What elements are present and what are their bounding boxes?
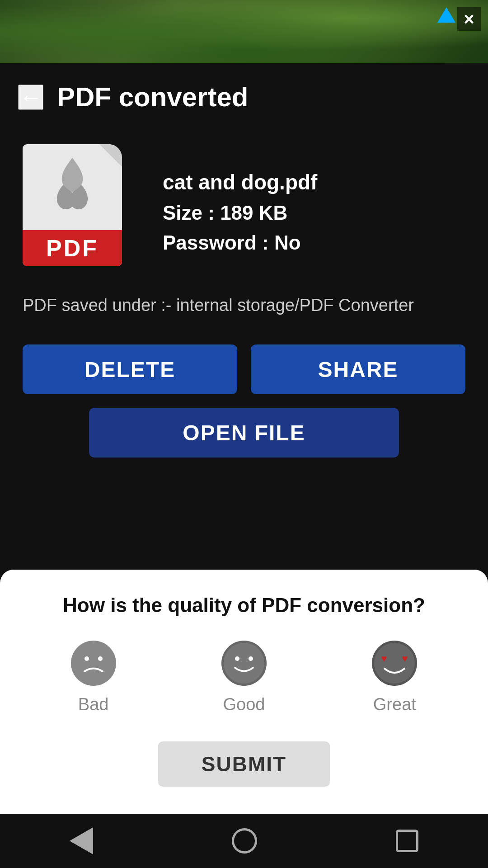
pdf-page-icon: PDF: [23, 144, 122, 266]
svg-point-2: [98, 656, 103, 661]
ad-close-button[interactable]: ×: [457, 7, 481, 31]
share-button[interactable]: SHARE: [251, 344, 465, 394]
nav-recents-icon: [396, 830, 418, 852]
bad-label: Bad: [78, 695, 109, 714]
svg-point-5: [249, 656, 253, 661]
good-label: Good: [223, 695, 265, 714]
rating-question: How is the quality of PDF conversion?: [18, 592, 470, 618]
file-info-row: PDF cat and dog.pdf Size : 189 KB Passwo…: [23, 144, 465, 280]
svg-text:♥: ♥: [402, 653, 408, 664]
file-size: Size : 189 KB: [163, 202, 465, 224]
svg-point-4: [235, 656, 239, 661]
nav-bar: [0, 814, 488, 868]
submit-button[interactable]: SUBMIT: [158, 741, 330, 787]
svg-point-0: [73, 643, 114, 684]
close-icon: ×: [464, 9, 474, 29]
great-emoji: ♥ ♥: [372, 641, 417, 686]
nav-back-icon: [70, 827, 93, 854]
svg-point-3: [224, 643, 264, 684]
main-content: PDF cat and dog.pdf Size : 189 KB Passwo…: [0, 126, 488, 476]
rating-option-bad[interactable]: Bad: [71, 641, 116, 714]
rating-options: Bad Good ♥ ♥: [18, 641, 470, 714]
file-name: cat and dog.pdf: [163, 170, 465, 194]
svg-text:♥: ♥: [381, 653, 387, 664]
rating-modal: How is the quality of PDF conversion? Ba…: [0, 570, 488, 814]
file-password: Password : No: [163, 231, 465, 254]
rating-option-great[interactable]: ♥ ♥ Great: [372, 641, 417, 714]
open-file-button[interactable]: OPEN FILE: [89, 408, 399, 458]
bad-emoji: [71, 641, 116, 686]
nav-recents-button[interactable]: [396, 830, 418, 852]
acrobat-symbol: [45, 153, 99, 225]
header: ← PDF converted: [0, 63, 488, 126]
nav-home-icon: [232, 828, 257, 854]
action-buttons-row: DELETE SHARE: [23, 344, 465, 394]
svg-point-6: [374, 643, 415, 684]
save-location: PDF saved under :- internal storage/PDF …: [23, 293, 465, 317]
file-details: cat and dog.pdf Size : 189 KB Password :…: [163, 170, 465, 254]
pdf-text-label: PDF: [46, 235, 99, 262]
back-button[interactable]: ←: [18, 85, 43, 110]
ad-content: [0, 0, 488, 63]
great-label: Great: [373, 695, 416, 714]
delete-button[interactable]: DELETE: [23, 344, 237, 394]
ad-indicator-icon: [437, 7, 455, 23]
svg-point-1: [84, 656, 89, 661]
nav-back-button[interactable]: [70, 827, 93, 854]
nav-home-button[interactable]: [232, 828, 257, 854]
ad-banner: ×: [0, 0, 488, 63]
pdf-icon: PDF: [23, 144, 140, 280]
good-emoji: [221, 641, 267, 686]
pdf-label-bar: PDF: [23, 230, 122, 266]
rating-option-good[interactable]: Good: [221, 641, 267, 714]
page-title: PDF converted: [57, 81, 248, 113]
